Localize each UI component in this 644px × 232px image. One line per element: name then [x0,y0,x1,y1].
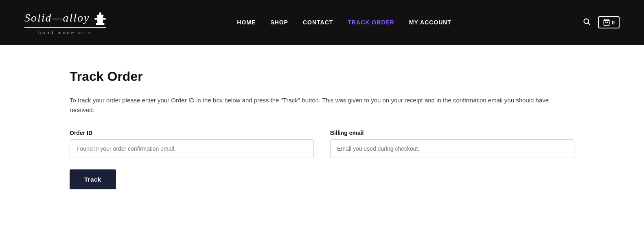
order-id-label: Order ID [70,130,314,136]
track-button[interactable]: Track [70,169,116,189]
cart-button[interactable]: 0 [598,16,620,28]
cart-count: 0 [612,20,615,26]
svg-rect-0 [96,23,105,25]
nav-my-account[interactable]: MY ACCOUNT [409,19,451,26]
svg-rect-7 [99,18,102,21]
order-id-input[interactable] [70,139,314,158]
page-description: To track your order please enter your Or… [70,95,574,115]
main-content: Track Order To track your order please e… [37,45,607,222]
nav-contact[interactable]: CONTACT [303,19,333,26]
svg-rect-4 [100,12,101,13]
search-icon [583,17,591,26]
search-button[interactable] [583,17,591,28]
billing-email-label: Billing email [330,130,574,136]
logo-subtitle: hand made arts [38,30,92,35]
logo-text: Solid—alloy [24,11,90,24]
nav-shop[interactable]: SHOP [270,19,288,26]
cart-icon [603,19,610,26]
svg-rect-5 [95,18,98,20]
hydrant-icon [94,10,106,26]
logo: Solid—alloy [24,10,106,35]
site-header: Solid—alloy [0,0,644,45]
order-id-group: Order ID [70,130,314,158]
main-nav: HOME SHOP CONTACT TRACK ORDER MY ACCOUNT [237,19,451,26]
nav-home[interactable]: HOME [237,19,256,26]
svg-rect-6 [103,18,106,20]
track-form: Order ID Billing email [70,130,574,158]
billing-email-group: Billing email [330,130,574,158]
page-title: Track Order [70,69,574,84]
svg-line-9 [588,23,590,25]
logo-title: Solid—alloy [24,10,106,26]
billing-email-input[interactable] [330,139,574,158]
header-icons: 0 [583,16,620,28]
nav-track-order[interactable]: TRACK ORDER [348,19,394,26]
